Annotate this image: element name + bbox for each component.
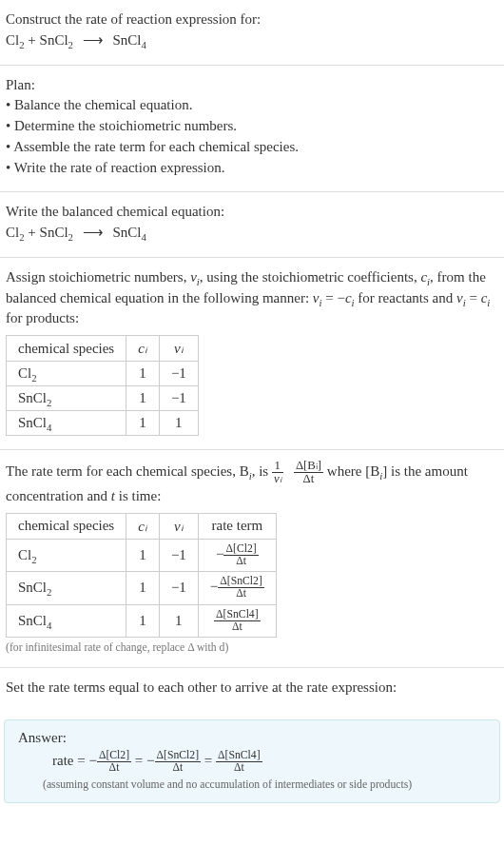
an1: Δ[Cl2] (97, 750, 131, 762)
an3: Δ[SnCl4] (216, 750, 262, 762)
arrow-icon: ⟶ (83, 30, 104, 51)
rsp2s: 2 (47, 586, 51, 598)
nu-den: νᵢ (272, 473, 283, 485)
ans-frac2: Δ[SnCl2]Δt (155, 750, 202, 775)
answer-expression: rate = −Δ[Cl2]Δt = −Δ[SnCl2]Δt = Δ[SnCl4… (18, 750, 486, 775)
n1: Δ[Cl2] (223, 543, 258, 556)
bal-sncl2-sub: 2 (68, 231, 73, 243)
ad3: Δt (216, 762, 262, 774)
answer-box: Answer: rate = −Δ[Cl2]Δt = −Δ[SnCl2]Δt =… (4, 719, 500, 803)
rateterm-note: (for infinitesimal rate of change, repla… (6, 641, 498, 654)
setequal-text: Set the rate terms equal to each other t… (6, 678, 498, 699)
table-row: SnCl2 1 −1 −Δ[SnCl2]Δt (7, 572, 277, 605)
table-row: Cl2 1 −1 −Δ[Cl2]Δt (7, 539, 277, 572)
plan-bullet-1: • Balance the chemical equation. (6, 95, 498, 116)
product-sncl4: SnCl (112, 32, 141, 48)
plan-bullet-3: • Assemble the rate term for each chemic… (6, 137, 498, 158)
cell-rateterm: −Δ[Cl2]Δt (198, 539, 276, 572)
nu-eq-r: ν (456, 290, 463, 305)
d3: Δt (214, 621, 261, 633)
sp2s: 2 (47, 397, 51, 408)
cell-nui: 1 (159, 604, 198, 638)
stoich-text-e: for products: (6, 310, 79, 325)
bal-sncl2: SnCl (40, 225, 68, 240)
sp3: SnCl (18, 415, 47, 430)
cell-ci: 1 (126, 411, 160, 436)
one-over-nu: 1 νᵢ (272, 460, 283, 486)
table-row: Cl2 1 −1 (7, 362, 199, 386)
stoich-text-a: Assign stoichiometric numbers, (6, 269, 190, 285)
cell-ci: 1 (126, 386, 160, 411)
ans-frac1: Δ[Cl2]Δt (97, 750, 131, 775)
stoich-table: chemical species cᵢ νᵢ Cl2 1 −1 SnCl2 1 … (6, 335, 199, 436)
stoich-text-b: , using the stoichiometric coefficients, (200, 269, 421, 285)
rsp3s: 4 (47, 620, 51, 631)
an2: Δ[SnCl2] (155, 750, 202, 762)
plan-section: Plan: • Balance the chemical equation. •… (0, 66, 504, 193)
prompt-section: Construct the rate of reaction expressio… (0, 0, 504, 66)
cell-species: Cl2 (7, 362, 126, 386)
balanced-equation: Cl2 + SnCl2 ⟶ SnCl4 (6, 223, 498, 244)
sign2: − (210, 579, 218, 594)
cell-species: SnCl4 (7, 411, 126, 436)
eq-react: = − (321, 290, 344, 305)
c-eq-l: c (345, 290, 352, 305)
table-row: SnCl4 1 1 Δ[SnCl4]Δt (7, 604, 277, 638)
rsp1s: 2 (31, 554, 36, 565)
cell-rateterm: −Δ[SnCl2]Δt (198, 572, 276, 605)
sp1: Cl (18, 365, 31, 381)
setequal-section: Set the rate terms equal to each other t… (0, 668, 504, 712)
rate-prefix: rate = (52, 753, 88, 768)
dB-num: Δ[Bᵢ] (294, 460, 323, 473)
th-species: chemical species (7, 513, 126, 539)
cell-species: SnCl2 (7, 572, 126, 605)
product-sncl4-sub: 4 (142, 39, 146, 50)
eq2: = (204, 753, 216, 768)
rsp3: SnCl (18, 613, 47, 628)
frac1: Δ[Cl2]Δt (223, 543, 258, 568)
cell-rateterm: Δ[SnCl4]Δt (198, 604, 276, 638)
bal-cl2: Cl (6, 225, 19, 240)
th-species: chemical species (7, 336, 126, 362)
cell-nui: −1 (159, 362, 198, 386)
dB-over-dt: Δ[Bᵢ] Δt (294, 460, 323, 486)
sign1: − (216, 546, 223, 561)
ans-frac3: Δ[SnCl4]Δt (216, 750, 262, 775)
d2: Δt (218, 588, 264, 600)
table-row: SnCl2 1 −1 (7, 386, 199, 411)
cell-species: SnCl2 (7, 386, 126, 411)
table-row: SnCl4 1 1 (7, 411, 199, 436)
th-nui: νᵢ (159, 336, 198, 362)
neg2: − (146, 753, 154, 768)
cell-ci: 1 (126, 604, 160, 638)
rt-a: The rate term for each chemical species,… (6, 463, 249, 479)
plan-bullet-2: • Determine the stoichiometric numbers. (6, 116, 498, 137)
dB-den: Δt (294, 473, 323, 485)
rateterm-paragraph: The rate term for each chemical species,… (6, 460, 498, 507)
balanced-section: Write the balanced chemical equation: Cl… (0, 192, 504, 258)
plan-bullet-4: • Write the rate of reaction expression. (6, 158, 498, 179)
n2: Δ[SnCl2] (218, 576, 264, 588)
bal-sncl4: SnCl (112, 225, 141, 240)
nu-symbol: ν (190, 269, 197, 285)
plus-1: + (25, 32, 40, 48)
bal-plus: + (25, 225, 40, 240)
cell-ci: 1 (126, 539, 160, 572)
eq1: = (135, 753, 146, 768)
n3: Δ[SnCl4] (214, 609, 261, 621)
rsp1: Cl (18, 547, 31, 562)
th-rateterm: rate term (198, 513, 276, 539)
reactant-cl2: Cl (6, 32, 19, 48)
one-num: 1 (272, 460, 283, 473)
table-header-row: chemical species cᵢ νᵢ rate term (7, 513, 277, 539)
cell-nui: −1 (159, 386, 198, 411)
prompt-text: Construct the rate of reaction expressio… (6, 10, 498, 30)
neg1: − (88, 753, 96, 768)
cell-ci: 1 (126, 572, 160, 605)
rt-c: where [B (327, 463, 379, 479)
rt-b: , is (252, 463, 272, 479)
rateterm-section: The rate term for each chemical species,… (0, 450, 504, 668)
ad2: Δt (155, 762, 202, 774)
th-ci: cᵢ (126, 513, 160, 539)
answer-note: (assuming constant volume and no accumul… (18, 778, 486, 791)
